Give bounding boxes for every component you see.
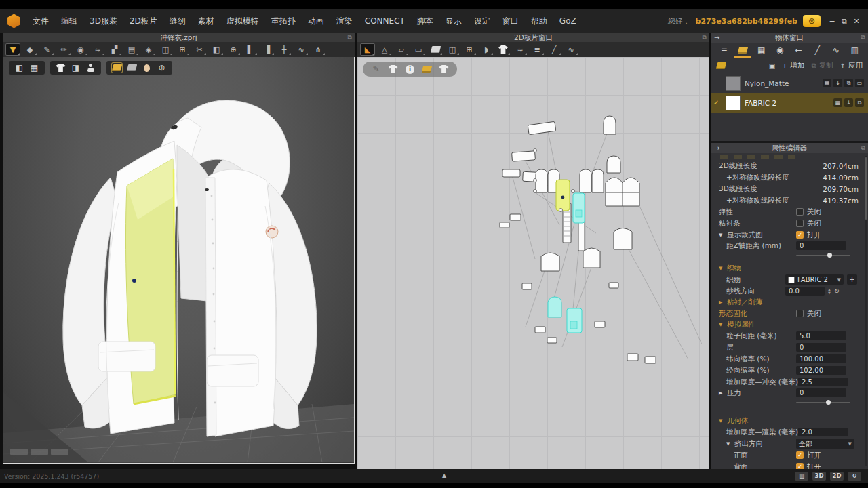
info-icon[interactable]: i xyxy=(405,64,415,74)
expand-toggle-icon[interactable]: ▶ xyxy=(719,390,724,396)
fabric-piece-tool[interactable] xyxy=(428,43,443,56)
curve-tool[interactable]: ∿ xyxy=(294,43,309,56)
menu-CONNECT[interactable]: CONNECT xyxy=(359,9,411,33)
value-input[interactable]: 2.0 xyxy=(798,428,848,436)
value-input[interactable]: 0 xyxy=(796,388,846,397)
slider-knob[interactable] xyxy=(826,400,831,405)
menu-素材[interactable]: 素材 xyxy=(192,9,220,33)
garment-tool[interactable]: ◈ xyxy=(141,43,156,56)
menu-重拓扑[interactable]: 重拓扑 xyxy=(265,9,302,33)
wind-tool[interactable]: ≈ xyxy=(90,43,105,56)
menu-虚拟模特[interactable]: 虚拟模特 xyxy=(220,9,265,33)
seam-grid-tool[interactable]: ⊞ xyxy=(462,43,477,56)
save-icon[interactable]: ↓ xyxy=(833,79,842,87)
duplicate-icon[interactable]: ⧉ xyxy=(844,79,853,87)
dock-arrow-icon[interactable]: → xyxy=(714,143,719,153)
edit-pattern-tool[interactable]: △ xyxy=(377,43,392,56)
slider[interactable] xyxy=(796,399,850,405)
menu-文件[interactable]: 文件 xyxy=(26,9,55,33)
remove-icon[interactable]: ▭ xyxy=(855,79,864,87)
menu-设定[interactable]: 设定 xyxy=(468,9,496,33)
needle-icon[interactable]: ✎ xyxy=(371,64,381,74)
showroom-tool[interactable]: ▤ xyxy=(124,43,139,56)
material-row[interactable]: Nylon_Matte▦↓⧉▭ xyxy=(711,73,868,93)
fabric-category-icon[interactable] xyxy=(716,61,726,70)
expand-toggle-icon[interactable]: ▼ xyxy=(726,441,732,447)
tab-elastic[interactable]: ∿ xyxy=(827,43,845,58)
shirt-fabric-icon[interactable] xyxy=(439,64,449,74)
material-swatch[interactable] xyxy=(726,76,741,91)
maximize-button[interactable]: ⧉ xyxy=(838,17,850,26)
fold-arrange-tool[interactable]: ▞ xyxy=(107,43,122,56)
tab-topstitch[interactable]: ╱ xyxy=(808,43,826,58)
checkbox[interactable]: ✓ xyxy=(796,231,804,239)
pen-tool[interactable]: ✎ xyxy=(39,43,54,56)
menu-窗口[interactable]: 窗口 xyxy=(496,9,525,33)
texture-slot-icon[interactable]: ▦ xyxy=(823,79,831,87)
sewing-tool[interactable]: ◫ xyxy=(445,43,460,56)
slider-knob[interactable] xyxy=(827,253,832,258)
undock-icon[interactable]: ⧉ xyxy=(861,33,865,41)
save-icon[interactable]: ↓ xyxy=(844,98,853,107)
scissors-tool[interactable]: ✂ xyxy=(192,43,207,56)
expand-toggle-icon[interactable]: ▼ xyxy=(719,232,724,238)
menu-GoZ[interactable]: GoZ xyxy=(553,9,583,33)
add-button[interactable]: +增加 xyxy=(782,61,804,70)
sewing-machine-tool[interactable]: ◫ xyxy=(158,43,173,56)
expand-toggle-icon[interactable]: ▼ xyxy=(719,266,724,271)
steam-tool[interactable]: ≈ xyxy=(513,43,528,56)
tab-button[interactable]: ◉ xyxy=(771,43,789,58)
duplicate-icon[interactable]: ⧉ xyxy=(855,98,864,107)
shirt-tool[interactable] xyxy=(496,43,511,56)
menu-3D服装[interactable]: 3D服装 xyxy=(83,9,123,33)
value-input[interactable]: 102.00 xyxy=(796,366,846,375)
value-input[interactable]: 0.0 xyxy=(785,287,825,296)
menu-帮助[interactable]: 帮助 xyxy=(525,9,553,33)
avatar-view-icon[interactable] xyxy=(85,63,96,73)
tab-object-list[interactable]: ≡ xyxy=(715,43,733,58)
pattern-canvas-2d[interactable]: ✎i xyxy=(357,57,709,470)
minimize-button[interactable]: − xyxy=(826,17,838,26)
rectangle-tool[interactable]: ▭ xyxy=(411,43,426,56)
slider[interactable] xyxy=(796,252,850,258)
tab-fabric[interactable] xyxy=(734,43,751,58)
tab-pin[interactable]: ← xyxy=(790,43,808,58)
props-scrollbar[interactable] xyxy=(865,156,867,466)
undock-icon[interactable]: ⧉ xyxy=(861,144,865,152)
expand-toggle-icon[interactable]: ▶ xyxy=(719,300,724,305)
texture-view-icon[interactable]: ◨ xyxy=(71,63,81,73)
menu-显示[interactable]: 显示 xyxy=(439,9,468,33)
value-input[interactable]: 5.0 xyxy=(796,331,846,340)
avatar-walk-tool[interactable]: ⋔ xyxy=(311,43,326,56)
copy-button[interactable]: ⧉复制 xyxy=(811,61,833,70)
material-swatch[interactable] xyxy=(726,96,741,110)
material-row[interactable]: ✓FABRIC 2▦↓⧉ xyxy=(711,93,868,113)
fabric-select[interactable]: FABRIC 2▼ xyxy=(785,274,844,285)
menu-动画[interactable]: 动画 xyxy=(302,9,330,33)
mesh-view-icon[interactable]: ▦ xyxy=(29,63,39,73)
menu-缝纫[interactable]: 缝纫 xyxy=(163,9,192,33)
menu-2D板片[interactable]: 2D板片 xyxy=(123,9,163,33)
import-fabric-button[interactable]: ▣ xyxy=(769,62,775,70)
checkbox[interactable]: ✓ xyxy=(796,208,804,216)
button-tool[interactable]: ⊕ xyxy=(226,43,241,56)
value-input[interactable]: 0 xyxy=(796,343,846,352)
zipper-tool[interactable]: ▌ xyxy=(243,43,258,56)
account-badge-icon[interactable]: ⊛ xyxy=(803,15,821,27)
pin-tool[interactable]: ◉ xyxy=(73,43,88,56)
close-button[interactable]: ✕ xyxy=(850,17,863,26)
transform-tool[interactable]: ◣ xyxy=(360,43,375,56)
solid-view-icon[interactable]: ◧ xyxy=(14,63,24,73)
value-input[interactable]: 2.5 xyxy=(798,378,848,386)
quilt-grid-tool[interactable]: ⊞ xyxy=(175,43,190,56)
shirt-white-icon[interactable] xyxy=(388,64,398,74)
checkbox[interactable]: ✓ xyxy=(796,451,804,459)
expand-panel-icon[interactable]: ▲ xyxy=(442,472,446,479)
brush-tool[interactable]: ✏ xyxy=(56,43,71,56)
expand-toggle-icon[interactable]: ▼ xyxy=(719,322,724,327)
simulate-tool[interactable]: ▼ xyxy=(5,43,20,56)
menu-编辑[interactable]: 编辑 xyxy=(55,9,83,33)
reset-icon[interactable]: ↻ xyxy=(834,287,840,295)
tab-trim[interactable]: ▥ xyxy=(846,43,863,58)
grid-globe-icon[interactable]: ⊕ xyxy=(157,63,167,73)
